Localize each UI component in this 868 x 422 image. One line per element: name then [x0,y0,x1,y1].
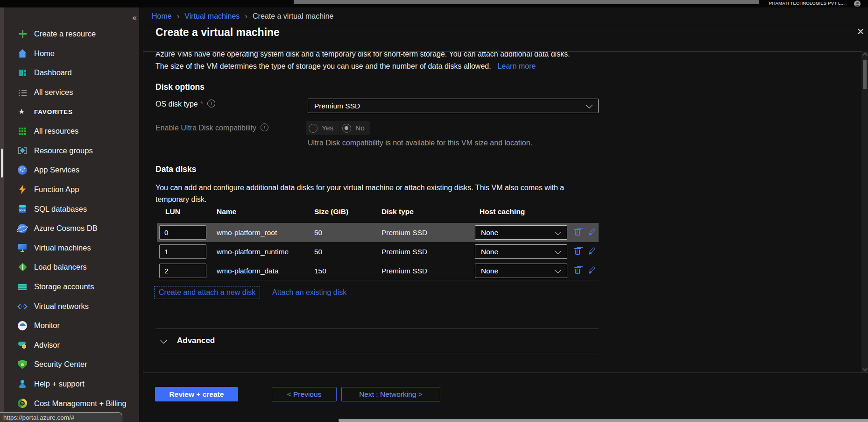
sidebar-item-sql-databases[interactable]: SQL databases [4,199,139,219]
radio-icon [309,124,318,133]
scrollbar-thumb[interactable] [863,60,867,89]
advanced-divider-bottom [155,353,599,353]
sidebar-item-function-app[interactable]: Function App [4,180,139,200]
data-disks-description: You can add and configure additional dat… [155,182,594,205]
sidebar-item-label: SQL databases [34,205,87,214]
column-header-host-caching: Host caching [480,207,525,216]
breadcrumb: Home Virtual machines Create a virtual m… [152,12,333,21]
browser-topbar: PRAMATI TECHNOLOGIES PVT L... [0,0,868,7]
disk-name: wmo-platform_data [217,261,279,280]
disk-name: wmo-platform_runtime [217,242,289,261]
sidebar-item-create-a-resource[interactable]: Create a resource [4,24,139,44]
info-icon[interactable] [207,100,215,107]
sidebar-item-label: Cost Management + Billing [34,399,127,408]
ultra-disk-note: Ultra Disk compatibility is not availabl… [308,139,532,147]
edit-disk-icon[interactable] [587,247,597,257]
account-avatar[interactable] [854,0,861,7]
sidebar-item-cost-management[interactable]: Cost Management + Billing [4,393,139,413]
sidebar-item-help-support[interactable]: Help + support [4,374,139,394]
scroll-up-icon[interactable] [863,53,868,58]
next-networking-button[interactable]: Next : Networking > [341,387,440,401]
footer-divider [143,372,868,373]
learn-more-link[interactable]: Learn more [498,62,536,70]
chevron-right-icon [177,12,180,21]
data-disks-heading: Data disks [155,165,197,174]
sidebar-item-virtual-networks[interactable]: Virtual networks [4,296,139,316]
host-caching-select[interactable]: None [475,225,567,240]
sidebar-item-security-center[interactable]: Security Center [4,355,139,374]
edge-scrollbar-thumb[interactable] [1,149,3,178]
delete-disk-icon[interactable] [573,228,584,238]
sidebar-item-label: Function App [34,185,79,194]
lun-input[interactable] [159,225,206,240]
sidebar-favorites-header: FAVORITES [4,102,139,122]
advanced-divider-top [155,329,599,329]
os-disk-type-label: OS disk type* [155,100,215,108]
ultra-disk-radio-yes[interactable]: Yes [306,121,339,135]
attach-existing-disk-link[interactable]: Attach an existing disk [272,288,346,297]
sidebar-item-resource-groups[interactable]: Resource groups [4,141,139,161]
ultra-disk-radio-no[interactable]: No [339,121,370,135]
sidebar-item-advisor[interactable]: Advisor [4,336,139,355]
virtual-machines-icon [18,243,27,252]
edit-disk-icon[interactable] [587,228,597,238]
column-header-name: Name [217,207,236,216]
data-disk-row: wmo-platform_root 50 Premium SSD None [157,223,599,242]
lun-input[interactable] [159,264,206,278]
advisor-icon [18,340,27,350]
sidebar-item-label: Monitor [34,321,60,330]
disk-type: Premium SSD [381,261,427,280]
virtual-networks-icon [18,301,27,311]
sidebar-item-label: Security Center [34,360,87,369]
horizontal-scrollbar[interactable] [339,419,868,422]
breadcrumb-virtual-machines[interactable]: Virtual machines [184,12,240,21]
sidebar-item-label: All resources [34,127,78,136]
scroll-down-icon[interactable] [863,366,868,371]
sidebar-item-all-resources[interactable]: All resources [4,122,139,141]
sidebar-collapse-button[interactable] [129,12,140,23]
host-caching-select[interactable]: None [475,244,567,259]
os-disk-type-value: Premium SSD [314,102,360,110]
security-center-icon [18,360,27,369]
sidebar-item-label: Create a resource [34,29,96,38]
sidebar-item-label: All services [34,88,73,97]
sidebar-item-home[interactable]: Home [4,44,139,64]
sidebar-item-storage-accounts[interactable]: Storage accounts [4,277,139,297]
panel-left-border [143,25,143,422]
help-support-icon [18,379,27,388]
load-balancers-icon [18,263,27,272]
info-icon[interactable] [261,123,268,131]
app-services-icon [18,165,27,175]
chevron-right-icon [245,12,247,21]
previous-button[interactable]: < Previous [272,387,337,401]
dashboard-icon [18,68,27,78]
content-scrollbar[interactable] [861,51,868,372]
disk-size: 150 [314,261,326,280]
chevron-down-icon [555,228,561,235]
column-header-size: Size (GiB) [314,207,348,216]
sidebar-item-dashboard[interactable]: Dashboard [4,63,139,83]
sidebar-item-label: Load balancers [34,263,87,272]
sidebar-item-azure-cosmos-db[interactable]: Azure Cosmos DB [4,219,139,238]
sidebar-item-all-services[interactable]: All services [4,83,139,102]
intro-line-1: Azure VMs have one operating system disk… [155,52,730,60]
breadcrumb-home[interactable]: Home [152,12,172,21]
tenant-name: PRAMATI TECHNOLOGIES PVT L... [769,0,845,6]
sidebar-item-label: Storage accounts [34,282,94,291]
advanced-section-label[interactable]: Advanced [177,336,215,345]
delete-disk-icon[interactable] [573,266,584,276]
sidebar-item-virtual-machines[interactable]: Virtual machines [4,238,139,258]
edit-disk-icon[interactable] [587,266,597,276]
sidebar-item-monitor[interactable]: Monitor [4,316,139,336]
sidebar-item-load-balancers[interactable]: Load balancers [4,257,139,277]
close-icon[interactable] [854,25,867,37]
sidebar-item-app-services[interactable]: App Services [4,160,139,180]
sidebar-nav: Create a resource Home Dashboard All ser… [4,24,139,413]
host-caching-select[interactable]: None [475,264,567,278]
delete-disk-icon[interactable] [573,247,584,257]
lun-input[interactable] [159,244,206,259]
review-create-button[interactable]: Review + create [155,387,238,401]
create-and-attach-disk-link[interactable]: Create and attach a new disk [154,286,260,299]
os-disk-type-select[interactable]: Premium SSD [308,99,599,113]
sidebar: Create a resource Home Dashboard All ser… [4,7,139,422]
